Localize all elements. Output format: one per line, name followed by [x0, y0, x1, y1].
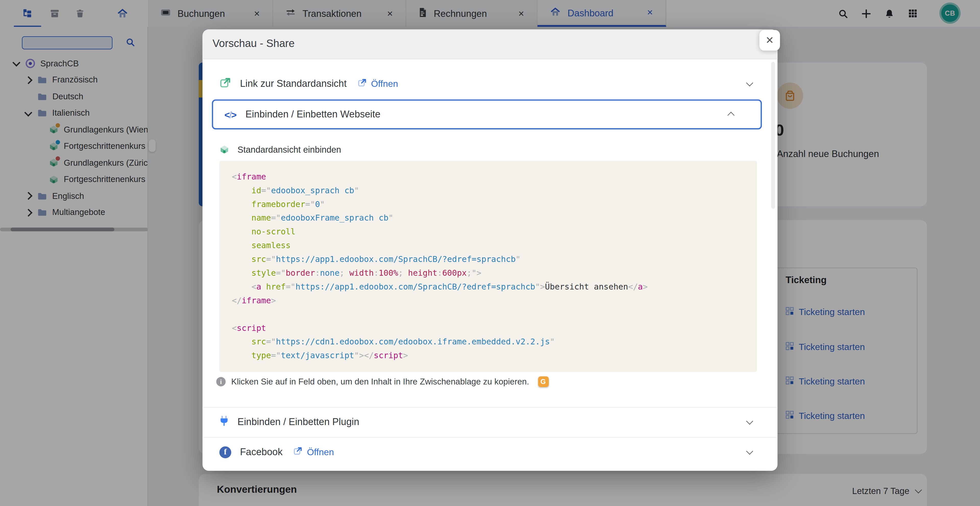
- chevron-down-icon[interactable]: [746, 80, 753, 86]
- accordion-row-embed-plugin[interactable]: Einbinden / Einbetten Plugin: [202, 407, 777, 437]
- info-icon: i: [216, 377, 226, 386]
- row-label: Facebook: [240, 447, 283, 458]
- screen: Buchungen ✕ Transaktionen ✕ Rechnungen ✕…: [0, 0, 980, 506]
- external-link-green-icon: [220, 76, 231, 91]
- code-icon: </>: [224, 109, 236, 120]
- close-icon[interactable]: ✕: [759, 30, 780, 51]
- chevron-up-icon[interactable]: [727, 112, 735, 119]
- share-preview-modal: Vorschau - Share ✕ Link zur Standardansi…: [202, 29, 777, 471]
- accordion-row-facebook[interactable]: f Facebook Öffnen: [202, 437, 777, 467]
- grammarly-badge-icon[interactable]: G: [538, 376, 549, 387]
- external-link-blue-icon: [293, 447, 303, 458]
- modal-title: Vorschau - Share: [213, 38, 295, 50]
- accordion-row-standard-link[interactable]: Link zur Standardansicht Öffnen: [202, 69, 777, 99]
- plug-icon: [220, 415, 229, 429]
- chevron-down-icon[interactable]: [746, 418, 753, 425]
- open-link-label: Öffnen: [371, 79, 398, 89]
- row-label: Link zur Standardansicht: [240, 78, 347, 89]
- embed-subtitle: Standardansicht einbinden: [238, 145, 341, 154]
- open-link[interactable]: Öffnen: [357, 78, 398, 89]
- embed-code-block[interactable]: <iframe id="edoobox_sprach cb" framebord…: [220, 161, 757, 372]
- embed-subtitle-row: Standardansicht einbinden: [220, 141, 341, 158]
- facebook-icon: f: [220, 446, 231, 458]
- modal-header: Vorschau - Share: [202, 29, 777, 59]
- open-link[interactable]: Öffnen: [293, 447, 334, 458]
- copy-hint-row: i Klicken Sie auf in Feld oben, um den I…: [216, 373, 549, 390]
- cube-icon: [220, 145, 229, 154]
- copy-hint-text: Klicken Sie auf in Feld oben, um den Inh…: [231, 377, 529, 386]
- open-link-label: Öffnen: [307, 447, 334, 457]
- accordion-row-embed-webseite[interactable]: </> Einbinden / Einbetten Webseite: [212, 99, 762, 129]
- row-label: Einbinden / Einbetten Webseite: [245, 109, 380, 120]
- chevron-down-icon[interactable]: [746, 447, 753, 455]
- row-label: Einbinden / Einbetten Plugin: [238, 416, 360, 428]
- external-link-blue-icon: [357, 78, 367, 89]
